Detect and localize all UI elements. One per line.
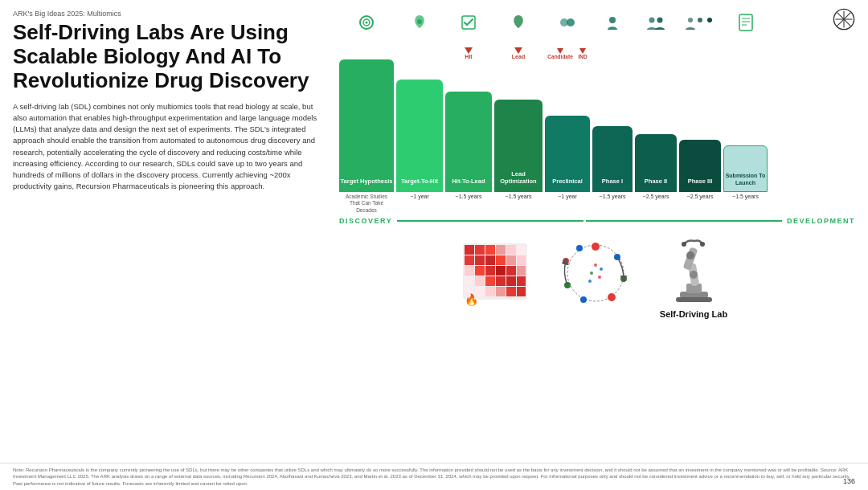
svg-rect-42 — [475, 276, 485, 286]
svg-rect-28 — [517, 245, 526, 255]
svg-point-12 — [609, 17, 616, 23]
svg-point-55 — [592, 243, 600, 251]
bar-target-to-hit: Target-To-Hit — [396, 59, 443, 192]
svg-rect-76 — [676, 297, 712, 302]
svg-point-58 — [608, 293, 616, 301]
svg-rect-39 — [506, 266, 516, 276]
duration-pre: ~1 year — [545, 194, 590, 214]
svg-point-14 — [657, 18, 663, 23]
candidate-marker-arrow — [557, 48, 563, 54]
duration-htl: ~1.5 years — [445, 194, 492, 214]
svg-rect-35 — [465, 266, 474, 276]
duration-row: Academic StudiesThat Can TakeDecades ~1 … — [339, 194, 855, 214]
sdl-label: Self-Driving Lab — [660, 309, 727, 319]
svg-rect-34 — [517, 255, 526, 265]
htl-icon — [461, 10, 476, 35]
svg-rect-25 — [485, 245, 495, 255]
svg-point-64 — [600, 267, 603, 271]
svg-rect-41 — [465, 276, 474, 286]
bar-label-lo: Lead Optimization — [494, 170, 542, 186]
svg-rect-33 — [506, 255, 516, 265]
target-icon — [358, 10, 375, 35]
svg-point-59 — [580, 296, 587, 303]
main-title: Self-Driving Labs Are Using Scalable Bio… — [13, 21, 326, 93]
candidate-label: Candidate — [547, 54, 572, 59]
bottom-illustrations: 🔥 — [339, 231, 855, 319]
bar-label-target: Target Hypothesis — [341, 178, 393, 186]
svg-point-72 — [690, 271, 698, 279]
discovery-line — [397, 220, 583, 222]
bar-label-p1: Phase I — [602, 178, 623, 186]
development-label: DEVELOPMENT — [787, 217, 855, 225]
duration-lo: ~1.5 years — [494, 194, 542, 214]
svg-point-63 — [594, 263, 597, 267]
svg-rect-32 — [496, 255, 506, 265]
discovery-label: DISCOVERY — [339, 217, 392, 225]
svg-rect-37 — [485, 266, 495, 276]
svg-rect-24 — [475, 245, 485, 255]
bar-label-p3: Phase III — [688, 178, 712, 186]
svg-rect-27 — [506, 245, 516, 255]
stage-submission — [723, 10, 768, 35]
phase2-icon — [646, 10, 665, 35]
pipeline-container: Hit Lead Candidate — [339, 10, 855, 225]
footer-note: Note: Recursion Pharmaceuticals is the c… — [0, 463, 868, 490]
svg-point-16 — [698, 18, 702, 22]
svg-point-74 — [682, 242, 686, 247]
subtitle: ARK's Big Ideas 2025: Multiomics — [13, 10, 326, 18]
submission-icon — [738, 10, 754, 35]
description-text: A self-driving lab (SDL) combines not on… — [13, 101, 326, 193]
stage-lead-optimization — [494, 10, 542, 35]
svg-rect-38 — [496, 266, 506, 276]
stage-target-to-hit — [396, 10, 443, 35]
discovery-section: DISCOVERY — [339, 217, 583, 225]
duration-p3: ~2.5 years — [679, 194, 721, 214]
svg-rect-18 — [739, 14, 752, 31]
section-labels-row: DISCOVERY DEVELOPMENT — [339, 217, 855, 225]
footer-text: Note: Recursion Pharmaceuticals is the c… — [13, 468, 850, 486]
svg-point-62 — [576, 245, 583, 251]
tth-icon — [412, 10, 427, 35]
svg-point-54 — [567, 245, 624, 301]
stage-target-hypothesis — [339, 10, 394, 35]
svg-rect-46 — [517, 276, 526, 286]
stage-hit-to-lead — [445, 10, 492, 35]
svg-point-15 — [688, 18, 693, 22]
svg-rect-26 — [496, 245, 506, 255]
svg-rect-40 — [517, 266, 526, 276]
svg-point-17 — [707, 18, 712, 22]
lo-icon — [511, 10, 526, 35]
stage-phase2 — [635, 10, 677, 35]
preclinical-icon — [559, 10, 576, 35]
bar-hit-to-lead: Hit-To-Lead — [445, 59, 492, 192]
stage-phase1 — [592, 10, 633, 35]
bar-label-submission: Submission To Launch — [724, 173, 767, 186]
svg-rect-23 — [465, 245, 474, 255]
bar-submission: Submission To Launch — [723, 59, 768, 192]
development-line — [586, 220, 782, 222]
heatmap-illustration: 🔥 — [463, 243, 535, 308]
right-panel: Hit Lead Candidate — [339, 10, 855, 485]
svg-rect-50 — [496, 287, 506, 296]
hit-marker-arrow — [465, 47, 473, 54]
svg-point-8 — [417, 19, 422, 24]
robot-illustration: Self-Driving Lab — [656, 231, 732, 319]
svg-rect-29 — [465, 255, 474, 265]
page-number: 136 — [843, 476, 855, 487]
svg-point-67 — [588, 280, 592, 283]
bar-preclinical: Preclinical — [545, 59, 590, 192]
svg-point-11 — [567, 18, 575, 27]
heatmap-svg: 🔥 — [463, 243, 535, 308]
svg-text:🔥: 🔥 — [465, 293, 479, 307]
pipeline-bars: Target Hypothesis Target-To-Hit Hit-To-L… — [339, 59, 855, 192]
svg-rect-36 — [475, 266, 485, 276]
stage-phase3 — [679, 10, 721, 35]
bar-phase3: Phase III — [679, 59, 721, 192]
svg-rect-51 — [506, 287, 516, 296]
bar-phase2: Phase II — [635, 59, 677, 192]
duration-p1: ~1.5 years — [592, 194, 633, 214]
lead-label: Lead — [512, 54, 525, 59]
svg-rect-52 — [517, 287, 526, 296]
svg-point-7 — [366, 22, 368, 24]
svg-point-73 — [686, 251, 694, 259]
